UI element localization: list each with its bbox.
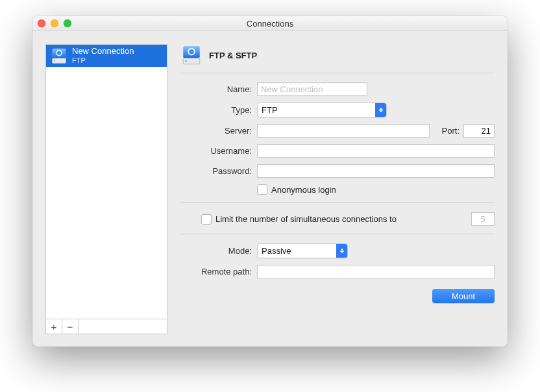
window-controls (38, 19, 71, 27)
username-field[interactable] (257, 144, 495, 158)
port-label: Port: (430, 126, 463, 136)
name-field[interactable] (257, 82, 367, 96)
sidebar: New Connection FTP + − (45, 44, 167, 334)
titlebar: Connections (32, 16, 508, 31)
divider (180, 202, 495, 203)
limit-checkbox[interactable] (201, 214, 212, 225)
password-field[interactable] (257, 164, 495, 178)
type-select[interactable]: FTP (257, 103, 387, 117)
port-field[interactable] (463, 124, 495, 138)
type-select-value: FTP (262, 105, 278, 115)
list-item-subtitle: FTP (72, 56, 134, 65)
ftp-drive-icon (180, 44, 202, 66)
select-arrows-icon (336, 244, 347, 258)
section-header: FTP & SFTP (180, 44, 495, 73)
anonymous-checkbox[interactable] (257, 184, 267, 195)
divider (180, 234, 495, 234)
server-field[interactable] (257, 124, 430, 138)
list-item-text: New Connection FTP (72, 47, 134, 65)
mode-select[interactable]: Passive (257, 243, 348, 258)
password-label: Password: (180, 166, 257, 176)
detail-panel: FTP & SFTP Name: Type: FTP Server: Port: (180, 44, 495, 334)
svg-point-9 (189, 49, 193, 54)
type-label: Type: (180, 105, 257, 115)
sidebar-toolbar: + − (45, 319, 167, 334)
zoom-icon[interactable] (64, 19, 71, 27)
mode-label: Mode: (180, 246, 257, 256)
window-body: New Connection FTP + − (32, 31, 508, 347)
section-title: FTP & SFTP (209, 51, 257, 60)
mode-select-value: Passive (262, 246, 291, 256)
server-label: Server: (180, 126, 257, 136)
name-label: Name: (180, 84, 257, 94)
connection-list[interactable]: New Connection FTP (45, 44, 167, 319)
list-item-title: New Connection (72, 47, 134, 56)
connections-window: Connections (32, 16, 508, 347)
remove-connection-button[interactable]: − (62, 319, 79, 334)
window-title: Connections (247, 19, 293, 29)
list-item[interactable]: New Connection FTP (46, 45, 167, 67)
svg-point-1 (54, 60, 55, 61)
minimize-icon[interactable] (51, 19, 58, 27)
remote-path-field[interactable] (257, 265, 495, 278)
limit-label: Limit the number of simultaneous connect… (215, 214, 397, 224)
add-connection-button[interactable]: + (46, 319, 62, 334)
limit-value-field (471, 212, 495, 226)
remote-path-label: Remote path: (180, 267, 257, 276)
close-icon[interactable] (38, 19, 45, 27)
svg-point-6 (185, 60, 187, 62)
svg-point-4 (57, 51, 61, 55)
username-label: Username: (180, 146, 257, 156)
select-arrows-icon (375, 103, 386, 117)
connection-drive-icon (50, 47, 68, 65)
mount-button[interactable]: Mount (432, 289, 495, 303)
anonymous-label: Anonymous login (271, 185, 336, 195)
